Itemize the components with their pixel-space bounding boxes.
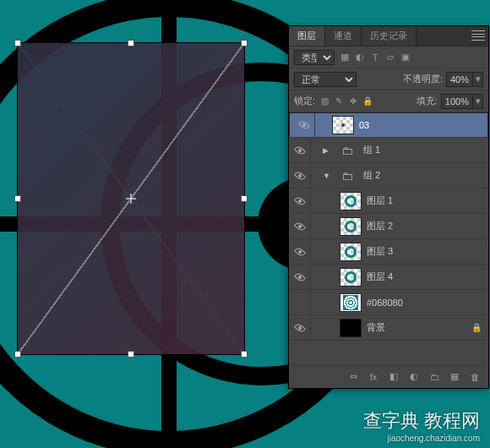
layer-name[interactable]: 组 1 [363, 144, 380, 156]
layer-name[interactable]: 背景 [367, 321, 385, 334]
filter-shape-icon[interactable]: ▱ [384, 51, 397, 64]
lock-pixels-icon[interactable]: ✎ [333, 96, 345, 107]
panel-tabs: 图层 通道 历史记录 [289, 26, 488, 46]
visibility-toggle[interactable] [293, 113, 315, 137]
transform-handle-top-mid[interactable] [128, 40, 134, 46]
visibility-toggle[interactable] [289, 163, 311, 188]
filter-smart-icon[interactable]: ▣ [399, 51, 412, 64]
tab-history[interactable]: 历史记录 [362, 26, 416, 46]
folder-icon: 🗀 [336, 167, 358, 185]
fill-label: 填充: [416, 95, 438, 107]
eye-icon [293, 245, 305, 257]
transform-handle-top-left[interactable] [14, 40, 21, 46]
blend-row: 正常 不透明度: 40%▾ [289, 68, 488, 90]
eye-icon [293, 220, 305, 232]
blend-mode-select[interactable]: 正常 [294, 72, 357, 87]
layers-list: 03 ▶ 🗀 组 1 ▼ 🗀 组 2 图层 1 图层 2 [289, 112, 488, 383]
transform-handle-mid-left[interactable] [14, 195, 21, 202]
layer-row[interactable]: 图层 2 [289, 214, 488, 239]
layer-row[interactable]: 03 [289, 112, 488, 138]
eye-icon [297, 119, 309, 131]
layer-thumbnail[interactable] [340, 192, 362, 210]
layer-name[interactable]: 图层 1 [367, 194, 393, 207]
transform-handle-top-right[interactable] [241, 40, 248, 46]
lock-label: 锁定: [294, 95, 315, 107]
new-layer-icon[interactable]: ▦ [448, 370, 461, 384]
new-group-icon[interactable]: 🗀 [427, 370, 441, 384]
eye-icon [293, 169, 305, 181]
watermark: 查字典 教程网 jiaocheng.chazidian.com [363, 408, 480, 443]
filter-kind-select[interactable]: 类型 [294, 50, 335, 65]
visibility-toggle[interactable] [289, 138, 311, 162]
opacity-input[interactable]: 40%▾ [446, 72, 483, 87]
layer-row[interactable]: ▼ 🗀 组 2 [289, 163, 488, 188]
layer-name[interactable]: 图层 4 [367, 270, 393, 283]
transform-handle-bottom-right[interactable] [241, 351, 248, 358]
transform-bounding-box[interactable] [17, 42, 245, 355]
layer-thumbnail[interactable] [340, 293, 362, 312]
collapse-toggle[interactable]: ▼ [323, 172, 331, 180]
visibility-toggle[interactable] [289, 315, 311, 340]
eye-icon [293, 321, 305, 333]
transform-handle-bottom-mid[interactable] [128, 351, 134, 358]
layer-mask-icon[interactable]: ◧ [387, 370, 400, 384]
layer-style-icon[interactable]: fx [367, 370, 380, 384]
link-layers-icon[interactable]: ⇔ [346, 370, 360, 384]
layer-name[interactable]: 图层 2 [367, 220, 393, 232]
layer-row[interactable]: 背景 🔒 [289, 315, 488, 341]
layer-row[interactable]: 图层 3 [289, 239, 488, 265]
layer-name[interactable]: 图层 3 [367, 245, 393, 258]
eye-icon [293, 194, 305, 206]
visibility-toggle[interactable] [289, 214, 311, 238]
layers-panel: 图层 通道 历史记录 类型 ▦ ◐ T ▱ ▣ 正常 不透明度: 40%▾ 锁定… [288, 25, 489, 389]
lock-icon: 🔒 [471, 323, 482, 332]
layer-row[interactable]: 图层 1 [289, 188, 488, 214]
layer-thumbnail[interactable] [340, 243, 362, 261]
layer-name[interactable]: 03 [359, 120, 369, 130]
tab-channels[interactable]: 通道 [325, 26, 362, 46]
transform-handle-mid-right[interactable] [241, 195, 248, 202]
tab-layers[interactable]: 图层 [289, 26, 325, 46]
eye-icon [293, 270, 305, 282]
lock-position-icon[interactable]: ✥ [347, 96, 359, 107]
visibility-toggle[interactable] [289, 290, 311, 314]
filter-type-icon[interactable]: T [368, 51, 382, 64]
filter-pixel-icon[interactable]: ▦ [338, 51, 351, 64]
collapse-toggle[interactable]: ▶ [323, 146, 331, 155]
layer-thumbnail[interactable] [340, 268, 362, 287]
lock-all-icon[interactable]: 🔒 [362, 96, 373, 107]
layer-thumbnail[interactable] [332, 116, 354, 134]
layer-thumbnail[interactable] [340, 217, 362, 236]
transform-handle-bottom-left[interactable] [14, 351, 21, 358]
delete-layer-icon[interactable]: 🗑 [468, 370, 482, 384]
visibility-toggle[interactable] [289, 188, 311, 213]
folder-icon: 🗀 [336, 141, 358, 160]
layer-name[interactable]: #068080 [367, 298, 403, 308]
filter-adjust-icon[interactable]: ◐ [353, 51, 367, 64]
layer-thumbnail[interactable] [340, 319, 362, 337]
fill-input[interactable]: 100%▾ [441, 94, 483, 109]
layer-row[interactable]: ▶ 🗀 组 1 [289, 138, 488, 163]
visibility-toggle[interactable] [289, 239, 311, 264]
transform-center-icon[interactable] [126, 194, 136, 204]
chevron-down-icon[interactable]: ▾ [472, 95, 482, 108]
panel-menu-icon[interactable] [471, 30, 485, 41]
lock-transparent-icon[interactable]: ▨ [318, 96, 330, 107]
eye-icon [293, 144, 305, 156]
layer-name[interactable]: 组 2 [363, 169, 380, 182]
lock-row: 锁定: ▨ ✎ ✥ 🔒 填充: 100%▾ [289, 90, 488, 112]
adjustment-layer-icon[interactable]: ◐ [407, 370, 421, 384]
chevron-down-icon[interactable]: ▾ [472, 73, 482, 86]
layer-row[interactable]: #068080 [289, 290, 488, 315]
panel-footer: ⇔ fx ◧ ◐ 🗀 ▦ 🗑 [289, 364, 488, 388]
opacity-label: 不透明度: [403, 73, 443, 85]
layer-row[interactable]: 图层 4 [289, 265, 488, 290]
visibility-toggle[interactable] [289, 265, 311, 289]
layer-filter-row: 类型 ▦ ◐ T ▱ ▣ [289, 46, 488, 68]
